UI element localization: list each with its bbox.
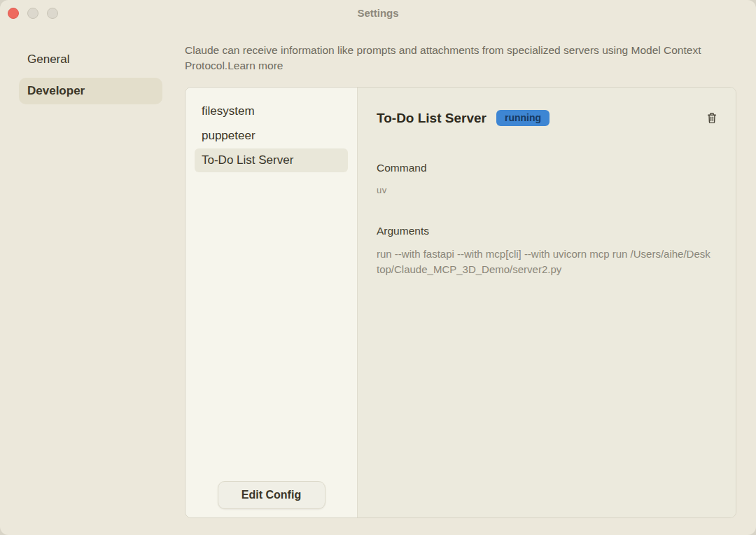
server-list: filesystem puppeteer To-Do List Server E…: [186, 88, 358, 517]
settings-window: Settings General Developer Claude can re…: [0, 0, 756, 535]
arguments-label: Arguments: [377, 225, 719, 237]
mcp-description: Claude can receive information like prom…: [185, 43, 728, 74]
status-badge: running: [496, 110, 550, 126]
sidebar-item-developer[interactable]: Developer: [19, 78, 162, 104]
command-value: uv: [377, 185, 719, 195]
server-detail-pane: To-Do List Server running Co: [358, 88, 736, 517]
settings-sidebar: General Developer: [19, 46, 162, 109]
edit-config-button[interactable]: Edit Config: [218, 481, 326, 509]
arguments-field: Arguments run --with fastapi --with mcp[…: [377, 225, 719, 277]
command-label: Command: [377, 162, 719, 174]
mcp-servers-panel: filesystem puppeteer To-Do List Server E…: [185, 87, 736, 518]
command-field: Command uv: [377, 162, 719, 195]
delete-server-button[interactable]: [705, 111, 719, 125]
learn-more-link[interactable]: Learn more: [227, 60, 283, 71]
titlebar: Settings: [0, 0, 756, 27]
server-list-item-puppeteer[interactable]: puppeteer: [195, 124, 348, 148]
trash-icon: [706, 112, 718, 124]
server-title: To-Do List Server: [377, 111, 486, 126]
server-list-item-todo-list-server[interactable]: To-Do List Server: [195, 148, 348, 172]
window-title: Settings: [0, 0, 756, 27]
server-detail-header: To-Do List Server running: [377, 110, 719, 126]
server-list-item-filesystem[interactable]: filesystem: [195, 99, 348, 123]
sidebar-item-general[interactable]: General: [19, 46, 162, 73]
arguments-value: run --with fastapi --with mcp[cli] --wit…: [377, 246, 711, 277]
